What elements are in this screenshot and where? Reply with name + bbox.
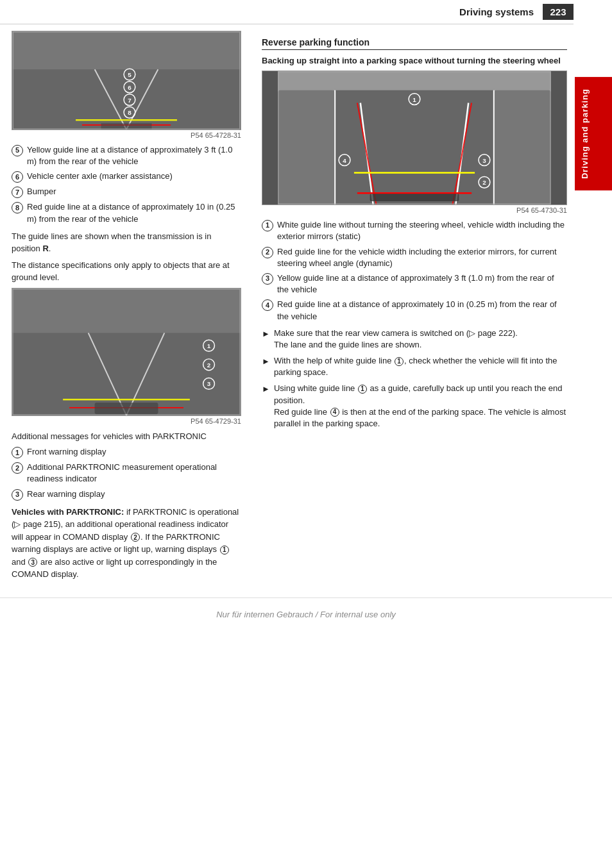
arrow-item: ► Make sure that the rear view camera is…	[262, 328, 567, 351]
item-text: Front warning display	[27, 446, 106, 458]
item-number: 2	[12, 462, 23, 474]
right-column: Reverse parking function Backing up stra…	[250, 31, 612, 585]
svg-text:7: 7	[128, 97, 132, 104]
right-image-label: P54 65-4730-31	[262, 206, 567, 214]
arrow-item-text: With the help of white guide line 1, che…	[274, 355, 567, 378]
item-text: Bumper	[27, 186, 56, 197]
top-image: 5 6 7 8	[12, 31, 241, 130]
section-title: Reverse parking function	[262, 37, 567, 50]
item-text: Yellow guide line at a distance of appro…	[27, 144, 241, 167]
item-number: 6	[12, 171, 23, 183]
additional-messages-header: Additional messages for vehicles with PA…	[12, 430, 241, 443]
list-item: 3 Yellow guide line at a distance of app…	[262, 272, 567, 296]
list-item: 2 Additional PARKTRONIC measurement oper…	[12, 462, 241, 485]
mid-items-list: 1 Front warning display 2 Additional PAR…	[12, 446, 241, 500]
svg-text:5: 5	[128, 71, 132, 78]
arrow-item-text: Using white guide line 1 as a guide, car…	[274, 383, 567, 430]
svg-text:2: 2	[482, 179, 486, 186]
list-item: 8 Red guide line at a distance of approx…	[12, 201, 241, 224]
left-column: 5 6 7 8 P54 65-4728-31 5 Yellow guide li…	[0, 31, 250, 585]
list-item: 3 Rear warning display	[12, 488, 241, 501]
svg-text:3: 3	[482, 157, 486, 164]
parktronic-heading: Vehicles with PARKTRONIC: if PARKTRONIC …	[12, 506, 241, 581]
item-number: 2	[262, 247, 273, 258]
section-subtitle: Backing up straight into a parking space…	[262, 55, 567, 67]
item-text: White guide line without turning the ste…	[277, 219, 567, 242]
svg-text:6: 6	[128, 84, 132, 91]
item-number: 1	[12, 447, 23, 458]
page-header: Driving systems 223	[0, 0, 574, 24]
arrow-item-text: Make sure that the rear view camera is s…	[274, 328, 518, 351]
arrow-item: ► With the help of white guide line 1, c…	[262, 355, 567, 378]
side-tab: Driving and parking	[575, 77, 612, 190]
arrow-item: ► Using white guide line 1 as a guide, c…	[262, 383, 567, 430]
item-text: Red guide line at a distance of approxim…	[27, 201, 241, 224]
svg-text:8: 8	[128, 109, 132, 116]
svg-rect-34	[335, 90, 494, 204]
item-text: Red guide line for the vehicle width inc…	[277, 246, 567, 269]
svg-rect-33	[494, 90, 551, 204]
svg-text:3: 3	[207, 380, 211, 387]
list-item: 4 Red guide line at a distance of approx…	[262, 299, 567, 322]
item-number: 3	[12, 489, 23, 501]
right-items-list: 1 White guide line without turning the s…	[262, 219, 567, 322]
top-image-label: P54 65-4728-31	[12, 131, 241, 139]
svg-text:4: 4	[343, 157, 346, 164]
list-item: 6 Vehicle center axle (marker assistance…	[12, 171, 241, 183]
item-number: 8	[12, 202, 23, 213]
item-number: 3	[262, 273, 273, 285]
arrow-icon: ►	[262, 356, 270, 367]
svg-text:1: 1	[207, 342, 211, 349]
mid-image: 1 2 3	[12, 288, 241, 416]
arrow-items-list: ► Make sure that the rear view camera is…	[262, 328, 567, 430]
item-text: Red guide line at a distance of approxim…	[277, 299, 567, 322]
item-text: Yellow guide line at a distance of appro…	[277, 272, 567, 296]
item-text: Rear warning display	[27, 488, 105, 500]
header-title: Driving systems	[0, 6, 543, 17]
svg-text:1: 1	[412, 96, 416, 103]
list-item: 1 Front warning display	[12, 446, 241, 458]
item-number: 5	[12, 145, 23, 156]
list-item: 2 Red guide line for the vehicle width i…	[262, 246, 567, 269]
item-number: 4	[262, 299, 273, 311]
main-content: 5 6 7 8 P54 65-4728-31 5 Yellow guide li…	[0, 24, 612, 585]
arrow-icon: ►	[262, 328, 270, 340]
list-item: 5 Yellow guide line at a distance of app…	[12, 144, 241, 167]
svg-rect-22	[95, 403, 158, 414]
footer-watermark: Nur für internen Gebrauch / For internal…	[0, 597, 612, 624]
svg-rect-43	[370, 194, 459, 201]
right-image: 1 4 3 2	[262, 71, 567, 205]
svg-text:2: 2	[207, 361, 211, 368]
item-number: 7	[12, 187, 23, 198]
top-items-list: 5 Yellow guide line at a distance of app…	[12, 144, 241, 225]
body-text-2: The distance specifications only apply t…	[12, 259, 241, 284]
list-item: 7 Bumper	[12, 186, 241, 198]
page-number: 223	[543, 4, 574, 20]
item-number: 1	[262, 220, 273, 231]
body-text-1: The guide lines are shown when the trans…	[12, 230, 241, 255]
item-text: Additional PARKTRONIC measurement operat…	[27, 462, 241, 485]
mid-image-label: P54 65-4729-31	[12, 417, 241, 425]
svg-rect-32	[278, 90, 335, 204]
arrow-icon: ►	[262, 383, 270, 395]
item-text: Vehicle center axle (marker assistance)	[27, 171, 173, 182]
list-item: 1 White guide line without turning the s…	[262, 219, 567, 242]
